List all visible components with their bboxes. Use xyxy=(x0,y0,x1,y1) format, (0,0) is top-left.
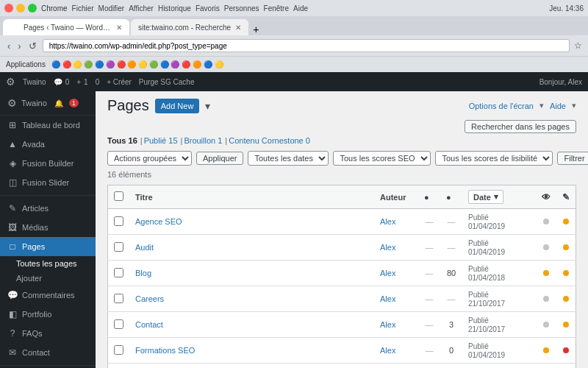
sidebar-item-contact[interactable]: ✉ Contact xyxy=(0,343,96,362)
row-checkbox[interactable] xyxy=(114,294,123,303)
select-all-checkbox[interactable] xyxy=(114,191,123,201)
lisibility-select[interactable]: Tous les scores de lisibilité xyxy=(435,151,553,166)
create-btn[interactable]: + Créer xyxy=(107,78,132,86)
browser-menu-afficher[interactable]: Afficher xyxy=(129,4,154,13)
browser-menu-historique[interactable]: Historique xyxy=(158,4,191,13)
date-sort-btn[interactable]: Date ▾ xyxy=(468,190,503,204)
sidebar-subitem-add[interactable]: Ajouter xyxy=(0,271,96,286)
sidebar-subitem-all-pages[interactable]: Toutes les pages xyxy=(0,256,96,271)
page-title-link[interactable]: Blog xyxy=(135,269,151,277)
close-btn[interactable] xyxy=(4,4,13,13)
table-row: Careers Alex — — Publié 21/10/2017 xyxy=(108,286,576,312)
tab-close-2[interactable]: ✕ xyxy=(235,24,241,32)
filter-cornestone[interactable]: Contenu Cornestone 0 xyxy=(229,136,310,145)
aide-btn[interactable]: Aide xyxy=(550,102,566,110)
sidebar-item-faqs[interactable]: ? FAQs xyxy=(0,324,96,343)
row-checkbox-cell xyxy=(108,261,130,286)
site-name[interactable]: Twaino xyxy=(23,78,46,86)
page-title-link[interactable]: Formations SEO xyxy=(135,346,195,355)
browser-menu-fenetre[interactable]: Fenêtre xyxy=(264,4,289,13)
th-date[interactable]: Date ▾ xyxy=(462,185,536,209)
wp-logo[interactable]: ⚙ xyxy=(6,76,15,88)
screen-options-btn[interactable]: Options de l'écran xyxy=(469,102,534,110)
filter-brouillon[interactable]: Brouillon 1 xyxy=(184,136,222,145)
author-link[interactable]: Alex xyxy=(380,346,395,355)
portfolio-icon: ◧ xyxy=(7,309,18,319)
row-date-cell: Publié 01/04/2019 xyxy=(462,338,536,364)
author-link[interactable]: Alex xyxy=(380,320,395,329)
row-title-cell: job xyxy=(129,364,374,369)
new-tab-btn[interactable]: + xyxy=(250,24,262,35)
row-dot1-cell xyxy=(536,286,556,312)
add-new-dropdown[interactable]: ▾ xyxy=(205,100,210,112)
browser-menu-fichier[interactable]: Fichier xyxy=(72,4,94,13)
author-link[interactable]: Alex xyxy=(380,217,395,226)
author-link[interactable]: Alex xyxy=(380,243,395,252)
sidebar-item-pages[interactable]: □ Pages xyxy=(0,237,96,256)
filter-btn[interactable]: Filtrer xyxy=(557,152,588,165)
sidebar-item-avada[interactable]: ▲ Avada xyxy=(0,135,96,154)
page-title-link[interactable]: Audit xyxy=(135,243,154,252)
seo-scores-select[interactable]: Tous les scores SEO xyxy=(333,151,431,166)
row-checkbox[interactable] xyxy=(114,216,123,226)
main-content: Pages Add New ▾ Options de l'écran ▾ Aid… xyxy=(96,91,588,368)
author-link[interactable]: Alex xyxy=(380,294,395,303)
row-score2-cell: 80 xyxy=(440,261,462,286)
maximize-btn[interactable] xyxy=(28,4,37,13)
th-score1: ● xyxy=(418,185,440,209)
tab-close-1[interactable]: ✕ xyxy=(116,24,122,32)
sidebar-item-fusion-slider[interactable]: ◫ Fusion Slider xyxy=(0,173,96,192)
add-new-btn[interactable]: Add New xyxy=(155,99,200,113)
row-status: Publié xyxy=(468,291,489,299)
browser-menu-aide[interactable]: Aide xyxy=(293,4,308,13)
back-btn[interactable]: ‹ xyxy=(6,40,12,52)
bookmark-star[interactable]: ☆ xyxy=(574,40,582,51)
page-title-link[interactable]: Agence SEO xyxy=(135,217,182,226)
sidebar-item-dashboard[interactable]: ⊞ Tableau de bord xyxy=(0,116,96,135)
author-link[interactable]: Alex xyxy=(380,269,395,277)
aide-arrow: ▾ xyxy=(572,101,576,110)
admin-bar-counter2[interactable]: +1 xyxy=(76,78,87,86)
status-dot-2 xyxy=(563,244,569,250)
row-checkbox[interactable] xyxy=(114,319,123,329)
sidebar-item-portfolio[interactable]: ◧ Portfolio xyxy=(0,305,96,324)
sidebar-item-commentaires[interactable]: 💬 Commentaires xyxy=(0,286,96,305)
sidebar-item-articles[interactable]: ✎ Articles xyxy=(0,199,96,218)
filter-all[interactable]: Tous 16 xyxy=(107,136,137,145)
score2-dash: — xyxy=(448,243,456,252)
apply-btn[interactable]: Appliquer xyxy=(196,152,243,165)
browser-menu-personnes[interactable]: Personnes xyxy=(224,4,259,13)
sidebar-item-fusion-builder[interactable]: ◈ Fusion Builder xyxy=(0,154,96,173)
address-input[interactable] xyxy=(43,39,570,52)
purge-btn[interactable]: Purge SG Cache xyxy=(139,78,195,86)
tab-bar: Pages ‹ Twaino — WordPress ✕ site:twaino… xyxy=(0,16,588,35)
bookmark-applications[interactable]: Applications xyxy=(6,60,46,68)
th-author[interactable]: Auteur xyxy=(374,185,418,209)
tab-pages-twaino[interactable]: Pages ‹ Twaino — WordPress ✕ xyxy=(3,19,129,35)
dates-select[interactable]: Toutes les dates xyxy=(248,151,329,166)
search-pages-btn[interactable]: Rechercher dans les pages xyxy=(465,120,576,133)
tab-search[interactable]: site:twaino.com - Recherche ✕ xyxy=(131,19,248,35)
row-score1-cell: — xyxy=(418,286,440,312)
admin-bar-counter3[interactable]: 0 xyxy=(96,78,100,86)
row-checkbox[interactable] xyxy=(114,345,123,355)
filter-published[interactable]: Publié 15 xyxy=(144,136,178,145)
row-checkbox[interactable] xyxy=(114,242,123,252)
browser-menu-modifier[interactable]: Modifier xyxy=(98,4,125,13)
actions-select[interactable]: Actions groupées xyxy=(107,151,192,166)
th-title[interactable]: Titre xyxy=(129,185,374,209)
row-score2-cell: — xyxy=(440,209,462,235)
forward-btn[interactable]: › xyxy=(16,40,22,52)
page-title-link[interactable]: Contact xyxy=(135,320,163,329)
status-dot-1 xyxy=(543,244,549,250)
page-title-link[interactable]: Careers xyxy=(135,294,164,303)
score1-dash: — xyxy=(426,269,434,277)
minimize-btn[interactable] xyxy=(16,4,25,13)
row-dot2-cell xyxy=(556,286,576,312)
browser-menu-favoris[interactable]: Favoris xyxy=(196,4,220,13)
sidebar-logo[interactable]: ⚙ Twaino 🔔 1 xyxy=(0,91,96,116)
sidebar-item-medias[interactable]: 🖼 Médias xyxy=(0,218,96,237)
row-checkbox[interactable] xyxy=(114,268,123,277)
admin-bar-comments[interactable]: 💬 0 xyxy=(54,78,70,86)
reload-btn[interactable]: ↺ xyxy=(27,40,38,52)
